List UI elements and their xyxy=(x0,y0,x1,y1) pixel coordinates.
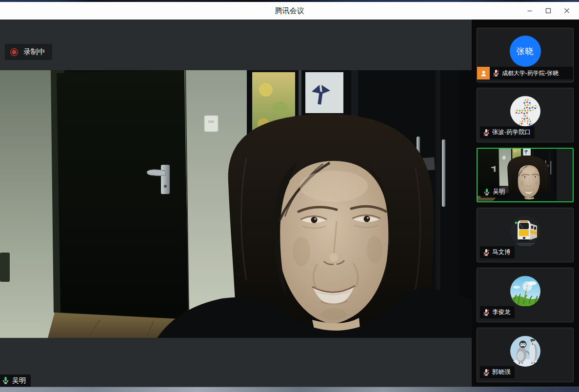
participant-name: 张波-药学院口 xyxy=(492,128,531,137)
minimize-button[interactable] xyxy=(520,2,539,20)
recording-label: 录制中 xyxy=(23,47,45,57)
minimize-icon xyxy=(526,7,534,15)
close-icon xyxy=(563,7,571,15)
participant-name: 吴明 xyxy=(493,188,505,196)
participant-name: 郭晓强 xyxy=(492,368,511,376)
participant-name-bar: 成都大学-药学院-张晓 xyxy=(477,67,573,79)
active-speaker-name: 吴明 xyxy=(12,376,26,385)
active-speaker-name-badge: 吴明 xyxy=(0,374,31,387)
tencent-meeting-window: 腾讯会议 xyxy=(0,0,579,392)
dandelion-avatar xyxy=(510,275,541,307)
mic-muted-icon xyxy=(482,248,490,256)
mic-muted-icon xyxy=(492,69,500,78)
mic-on-icon xyxy=(482,188,491,196)
participant-label: 李俊龙 xyxy=(480,306,515,318)
penguins-avatar xyxy=(510,335,541,367)
initials-avatar: 张晓 xyxy=(510,36,541,67)
mic-muted-icon xyxy=(482,128,490,137)
participant-label: 张波-药学院口 xyxy=(480,126,535,138)
pill-figure-avatar xyxy=(510,96,541,127)
maximize-button[interactable] xyxy=(539,2,558,20)
recording-icon xyxy=(10,48,19,57)
mic-muted-icon xyxy=(482,368,490,376)
participant-name: 李俊龙 xyxy=(492,308,511,316)
mic-muted-icon xyxy=(482,308,490,316)
avatar-initials-text: 张晓 xyxy=(517,46,534,57)
participant-label: 吴明 xyxy=(480,186,509,198)
window-title: 腾讯会议 xyxy=(0,6,579,16)
title-bar: 腾讯会议 xyxy=(0,2,579,20)
participant-name: 成都大学-药学院-张晓 xyxy=(502,69,559,78)
main-video xyxy=(0,70,472,338)
member-role-icon xyxy=(477,67,490,79)
recording-badge: 录制中 xyxy=(5,44,52,60)
participant-label: 成都大学-药学院-张晓 xyxy=(490,67,573,79)
close-button[interactable] xyxy=(558,2,576,20)
meeting-content: 录制中 吴明 张晓 xyxy=(0,20,579,387)
mic-on-icon xyxy=(1,376,10,385)
participant-label: 郭晓强 xyxy=(480,366,515,378)
participant-tile-mawenbo[interactable]: 马文博 xyxy=(477,208,574,262)
participant-label: 马文博 xyxy=(480,246,515,258)
train-avatar xyxy=(510,216,541,247)
maximize-icon xyxy=(544,7,552,15)
main-stage: 录制中 吴明 xyxy=(0,20,472,387)
desktop-background-edge xyxy=(0,387,579,392)
participant-name: 马文博 xyxy=(492,248,511,256)
participant-tile-lijunlong[interactable]: 李俊龙 xyxy=(477,268,574,322)
participant-tile-guoxiaoqiang[interactable]: 郭晓强 xyxy=(477,328,574,382)
participants-sidebar: 张晓 成都大学-药学院-张晓 xyxy=(472,20,579,387)
participant-tile-wuming-active[interactable]: 吴明 xyxy=(477,148,574,202)
window-controls xyxy=(520,2,576,20)
participant-tile-zhangxiao[interactable]: 张晓 成都大学-药学院-张晓 xyxy=(477,28,574,82)
participant-tile-zhangbo[interactable]: 张波-药学院口 xyxy=(477,88,574,142)
